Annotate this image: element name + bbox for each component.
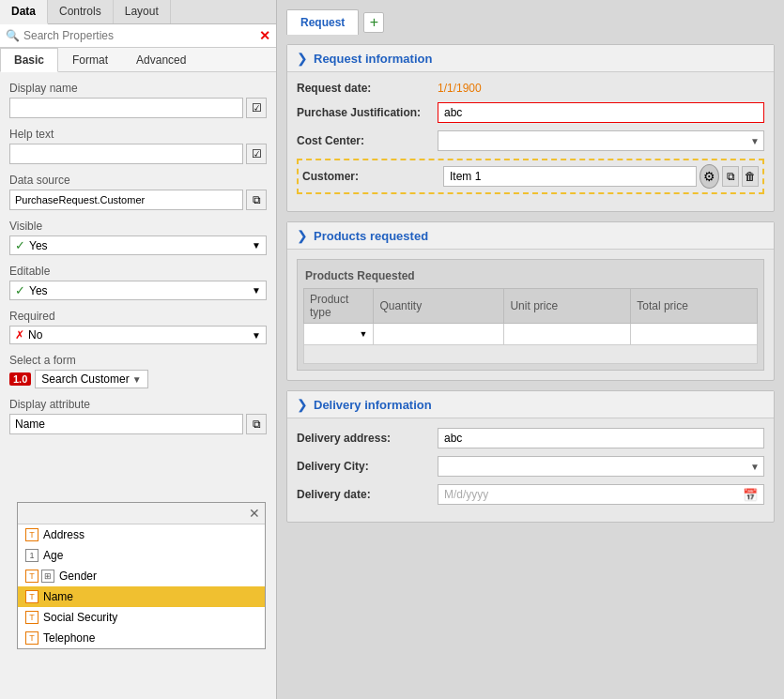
dropdown-item-social[interactable]: T Social Security — [18, 607, 265, 628]
customer-value: ⚙ ⧉ 🗑 — [443, 164, 759, 189]
help-text-input[interactable] — [9, 144, 243, 164]
help-text-label: Help text — [9, 128, 267, 141]
help-text-row: ☑ — [9, 144, 267, 164]
cost-center-value: ▼ — [438, 130, 764, 151]
table-row-empty — [304, 345, 758, 364]
editable-chevron-icon: ▼ — [252, 285, 261, 296]
dropdown-item-age[interactable]: 1 Age — [18, 545, 265, 566]
dropdown-age-label: Age — [43, 549, 63, 562]
customer-label: Customer: — [302, 170, 443, 183]
display-name-input[interactable] — [9, 98, 243, 118]
tab-data[interactable]: Data — [0, 0, 48, 24]
cost-center-select[interactable]: ▼ — [438, 130, 764, 151]
help-text-group: Help text ☑ — [9, 128, 267, 164]
products-table-container: Products Requested Product type Quantity… — [297, 259, 764, 371]
close-icon[interactable]: ✕ — [259, 28, 270, 43]
required-select[interactable]: ✗ No ▼ — [9, 326, 267, 344]
dropdown-item-gender[interactable]: T ⊞ Gender — [18, 566, 265, 586]
delivery-address-label: Delivery address: — [297, 432, 438, 445]
dropdown-address-label: Address — [43, 528, 85, 541]
request-tab-bar: Request + — [286, 9, 775, 35]
products-chevron-icon[interactable]: ❯ — [297, 228, 308, 243]
dropdown-social-label: Social Security — [43, 611, 117, 624]
request-info-body: Request date: 1/1/1900 Purchase Justific… — [287, 72, 774, 211]
display-attribute-input[interactable] — [9, 414, 243, 434]
purchase-justification-value — [438, 102, 764, 123]
delivery-date-input[interactable]: M/d/yyyy 📅 — [438, 484, 764, 505]
delivery-address-input[interactable] — [438, 428, 764, 448]
product-type-select[interactable]: ▼ — [310, 329, 367, 339]
col-total-price: Total price — [631, 289, 758, 324]
cell-unit-price[interactable] — [504, 324, 631, 345]
editable-check-icon: ✓ — [15, 283, 25, 297]
display-attribute-copy-icon[interactable]: ⧉ — [246, 414, 267, 434]
total-price-input[interactable] — [637, 327, 751, 341]
customer-input[interactable] — [443, 166, 697, 187]
col-unit-price: Unit price — [504, 289, 631, 324]
left-panel: Data Controls Layout 🔍 ✕ Basic Format Ad… — [0, 0, 277, 699]
editable-group: Editable ✓ Yes ▼ — [9, 265, 267, 300]
tab-basic[interactable]: Basic — [0, 48, 58, 72]
display-attribute-row: ⧉ — [9, 414, 267, 434]
display-name-label: Display name — [9, 82, 267, 95]
purchase-justification-label: Purchase Justification: — [297, 106, 438, 119]
dropdown-item-address[interactable]: T Address — [18, 524, 265, 545]
purchase-justification-input[interactable] — [438, 102, 764, 123]
select-form-label: Select a form — [9, 354, 267, 367]
dropdown-item-telephone[interactable]: T Telephone — [18, 628, 265, 648]
tab-advanced[interactable]: Advanced — [122, 48, 200, 72]
customer-gear-button[interactable]: ⚙ — [699, 164, 719, 189]
unit-price-input[interactable] — [510, 327, 624, 341]
tab-format[interactable]: Format — [58, 48, 122, 72]
address-type-icon: T — [25, 528, 38, 541]
products-body: Products Requested Product type Quantity… — [287, 250, 774, 380]
dropdown-item-name[interactable]: T Name — [18, 586, 265, 607]
top-tabs: Data Controls Layout — [0, 0, 276, 24]
display-name-group: Display name ☑ — [9, 82, 267, 118]
required-label: Required — [9, 310, 267, 323]
cell-product-type[interactable]: ▼ — [304, 324, 374, 345]
delivery-date-row: Delivery date: M/d/yyyy 📅 — [297, 484, 764, 505]
data-source-copy-icon[interactable]: ⧉ — [246, 190, 267, 210]
cell-total-price[interactable] — [631, 324, 758, 345]
dropdown-header: ✕ — [18, 503, 265, 524]
form-name-button[interactable]: Search Customer ▼ — [35, 370, 147, 388]
delivery-city-row: Delivery City: ▼ — [297, 456, 764, 477]
help-text-checkbox[interactable]: ☑ — [246, 144, 267, 164]
form-name-label: Search Customer — [41, 372, 129, 386]
customer-copy-icon[interactable]: ⧉ — [722, 166, 739, 187]
editable-select[interactable]: ✓ Yes ▼ — [9, 281, 267, 300]
visible-check-icon: ✓ — [15, 238, 25, 252]
delivery-city-select[interactable]: ▼ — [438, 456, 764, 477]
data-source-input[interactable] — [9, 190, 243, 210]
tab-layout[interactable]: Layout — [114, 0, 171, 23]
request-date-label: Request date: — [297, 82, 438, 95]
delivery-section: ❯ Delivery information Delivery address:… — [286, 390, 775, 523]
calendar-icon[interactable]: 📅 — [743, 488, 758, 502]
add-tab-button[interactable]: + — [363, 12, 384, 33]
quantity-input[interactable] — [379, 327, 498, 341]
social-type-icon: T — [25, 611, 38, 624]
cell-quantity[interactable] — [374, 324, 504, 345]
customer-delete-icon[interactable]: 🗑 — [742, 166, 759, 187]
visible-chevron-icon: ▼ — [252, 240, 261, 251]
request-info-chevron-icon[interactable]: ❯ — [297, 51, 308, 66]
request-tab-button[interactable]: Request — [286, 9, 359, 35]
dropdown-close-icon[interactable]: ✕ — [249, 506, 260, 521]
editable-value: Yes — [29, 284, 48, 297]
delivery-city-value: ▼ — [438, 456, 764, 477]
gender-type-icon1: T — [25, 570, 38, 583]
tab-controls[interactable]: Controls — [48, 0, 114, 23]
display-attribute-group: Display attribute ⧉ — [9, 398, 267, 434]
products-header: ❯ Products requested — [287, 222, 774, 250]
products-section: ❯ Products requested Products Requested … — [286, 221, 775, 381]
age-type-icon: 1 — [25, 549, 38, 562]
display-name-checkbox[interactable]: ☑ — [246, 98, 267, 118]
search-properties-input[interactable] — [23, 29, 255, 42]
right-panel: Request + ❯ Request information Request … — [277, 0, 784, 699]
delivery-chevron-icon[interactable]: ❯ — [297, 397, 308, 412]
dropdown-gender-label: Gender — [59, 570, 97, 583]
display-attribute-dropdown: ✕ T Address 1 Age T ⊞ Gender T Name T So… — [17, 502, 266, 649]
telephone-type-icon: T — [25, 631, 38, 645]
visible-select[interactable]: ✓ Yes ▼ — [9, 236, 267, 255]
